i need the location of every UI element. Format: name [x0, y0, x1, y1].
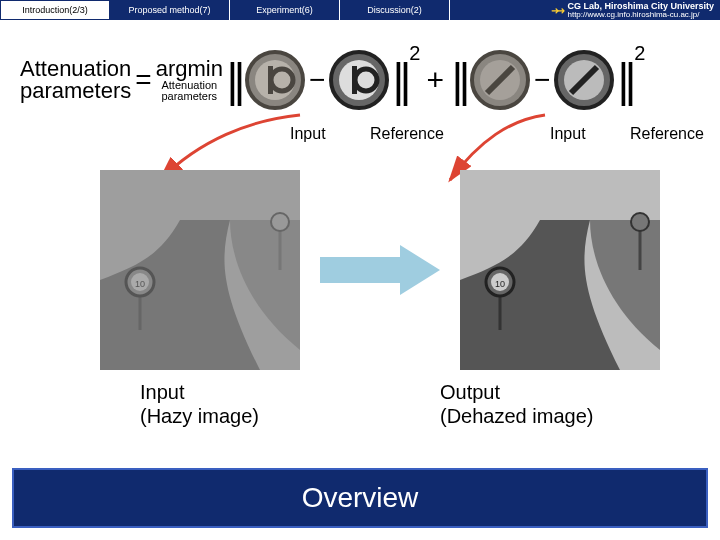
plus: +: [422, 63, 448, 97]
norm-close: ‖: [391, 60, 409, 100]
label-reference-2: Reference: [630, 125, 704, 143]
lhs-top: Attenuation: [20, 58, 131, 80]
equals: =: [133, 64, 153, 96]
sign-input-2: [470, 50, 530, 110]
minus-2: −: [532, 64, 552, 96]
norm-open-2: ‖: [450, 60, 468, 100]
lab-url: http://www.cg.info.hiroshima-cu.ac.jp/: [567, 11, 714, 19]
lab-info: ➜➜ CG Lab, Hiroshima City University htt…: [450, 0, 720, 20]
dehazed-image: 10: [460, 170, 660, 370]
image-row: 10 10: [100, 170, 660, 370]
svg-point-28: [631, 213, 649, 231]
caption-right-top: Output: [440, 380, 593, 404]
sign-ref-2: [554, 50, 614, 110]
sign-input-1: [245, 50, 305, 110]
svg-marker-21: [320, 245, 440, 295]
tab-experiment[interactable]: Experiment(6): [230, 0, 340, 20]
sub-bot: parameters: [161, 91, 217, 102]
tab-proposed[interactable]: Proposed method(7): [110, 0, 230, 20]
tab-label: Introduction(2/3): [22, 5, 88, 15]
tab-label: Experiment(6): [256, 5, 313, 15]
footer-text: Overview: [302, 482, 419, 514]
argmin-block: argmin Attenuation parameters: [156, 58, 223, 102]
label-input-1: Input: [290, 125, 326, 143]
tab-label: Proposed method(7): [128, 5, 210, 15]
label-input-2: Input: [550, 125, 586, 143]
top-tab-bar: Introduction(2/3) Proposed method(7) Exp…: [0, 0, 720, 20]
lhs: Attenuation parameters: [20, 58, 131, 102]
norm-open: ‖: [225, 60, 243, 100]
sign-ref-1: [329, 50, 389, 110]
tab-discussion[interactable]: Discussion(2): [340, 0, 450, 20]
arrow-icon: ➜➜: [551, 5, 563, 16]
svg-text:10: 10: [135, 279, 145, 289]
lhs-bot: parameters: [20, 80, 131, 102]
caption-left-top: Input: [140, 380, 259, 404]
footer-title: Overview: [12, 468, 708, 528]
tab-label: Discussion(2): [367, 5, 422, 15]
slide-body: Attenuation parameters = argmin Attenuat…: [0, 20, 720, 480]
norm-close-2: ‖: [616, 60, 634, 100]
caption-left-bot: (Hazy image): [140, 404, 259, 428]
exp-2: 2: [634, 42, 645, 65]
label-reference-1: Reference: [370, 125, 444, 143]
svg-point-1: [255, 60, 295, 100]
exp-1: 2: [409, 42, 420, 65]
tab-introduction[interactable]: Introduction(2/3): [0, 0, 110, 20]
svg-point-5: [339, 60, 379, 100]
big-arrow-icon: [320, 245, 440, 295]
argmin: argmin: [156, 58, 223, 80]
svg-text:10: 10: [495, 279, 505, 289]
formula: Attenuation parameters = argmin Attenuat…: [20, 50, 645, 110]
minus-1: −: [307, 64, 327, 96]
caption-right: Output (Dehazed image): [440, 380, 593, 428]
caption-left: Input (Hazy image): [140, 380, 259, 428]
svg-point-20: [271, 213, 289, 231]
hazy-image: 10: [100, 170, 300, 370]
caption-right-bot: (Dehazed image): [440, 404, 593, 428]
